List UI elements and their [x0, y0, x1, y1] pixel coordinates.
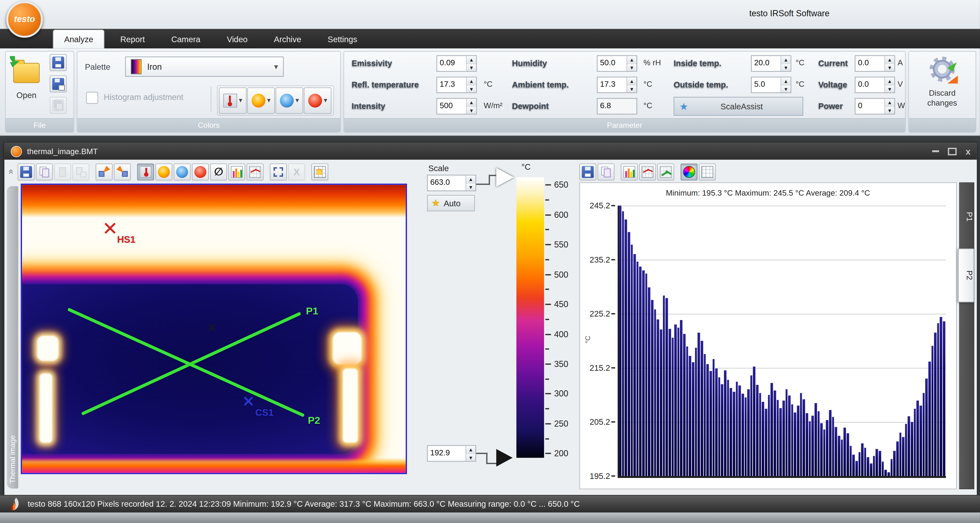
thermometer-button[interactable]	[137, 163, 154, 180]
rotate-left-icon	[98, 166, 110, 178]
chart-tab-p2[interactable]: P2	[958, 248, 974, 302]
selection-button[interactable]	[270, 163, 287, 180]
spinner-up-icon[interactable]: ▲	[627, 77, 636, 85]
rotate-right-button[interactable]	[114, 163, 131, 180]
hot-spot-button[interactable]	[247, 87, 275, 114]
scale-max-spinner[interactable]: 663.0 ▲▼	[427, 175, 476, 191]
line-chart-button[interactable]	[657, 163, 674, 180]
param-power-label: Power	[818, 101, 843, 111]
param-outside-temp-field[interactable]: 5.0▲▼	[751, 76, 791, 93]
table-button[interactable]	[699, 163, 716, 180]
tab-analyze[interactable]: Analyze	[53, 29, 105, 48]
spinner-down-icon[interactable]: ▼	[467, 107, 476, 114]
param-emissivity-field[interactable]: 0.09▲▼	[437, 56, 477, 72]
testo-logo[interactable]: testo	[6, 1, 43, 38]
param-refl-temperature-field[interactable]: 17.3▲▼	[437, 76, 477, 93]
scale-min-pointer-icon[interactable]	[496, 449, 512, 467]
save-button[interactable]	[50, 54, 67, 71]
thermal-image-side-tab[interactable]: Thermal image	[7, 186, 18, 489]
cold-spot-button[interactable]	[174, 163, 191, 180]
save-button[interactable]	[18, 163, 35, 180]
irsoft-app: testo IRSoft Software AnalyzeReportCamer…	[0, 0, 980, 523]
spinner-up-icon[interactable]: ▲	[467, 77, 476, 85]
param-inside-temp-field[interactable]: 20.0▲▼	[751, 56, 791, 72]
spinner-up-icon[interactable]: ▲	[885, 99, 894, 107]
profile-bar	[736, 382, 738, 476]
tab-report[interactable]: Report	[110, 31, 156, 49]
close-button[interactable]: x	[966, 147, 970, 156]
cold-spot-button[interactable]	[275, 87, 303, 114]
tab-camera[interactable]: Camera	[161, 31, 211, 49]
copy-button[interactable]	[36, 163, 53, 180]
histogram-button[interactable]	[621, 163, 638, 180]
param-voltage-field[interactable]: 0.0▲▼	[855, 76, 895, 93]
param-power-field[interactable]: 0▲▼	[855, 98, 895, 114]
spinner-down-icon[interactable]: ▼	[885, 85, 894, 93]
chart-tab-p1[interactable]: P1	[960, 192, 974, 242]
spinner-down-icon[interactable]: ▼	[781, 85, 791, 93]
spinner-up-icon[interactable]: ▲	[467, 99, 476, 107]
histogram-button[interactable]	[228, 163, 245, 180]
param-current-field[interactable]: 0.0▲▼	[855, 56, 895, 72]
tab-archive[interactable]: Archive	[263, 31, 312, 49]
spinner-up-icon[interactable]: ▲	[781, 77, 791, 85]
palette-dropdown[interactable]: Iron ▼	[125, 57, 283, 76]
scale-assist-button[interactable]: ★ScaleAssist	[673, 97, 803, 116]
temperature-table-button[interactable]	[312, 163, 328, 180]
spinner-up-icon[interactable]: ▲	[466, 446, 476, 454]
scale-max-pointer-icon[interactable]	[496, 168, 514, 187]
window-body: « Thermal image P1P2HS1CS1 Scale	[5, 160, 977, 495]
palette-button[interactable]	[681, 163, 698, 180]
no-marker-button[interactable]	[210, 163, 227, 180]
spinner-down-icon[interactable]: ▼	[627, 64, 636, 71]
auto-scale-button[interactable]: ★ Auto	[427, 195, 475, 211]
maximize-button[interactable]	[948, 148, 957, 155]
spinner-down-icon[interactable]: ▼	[781, 64, 791, 71]
rotate-left-button[interactable]	[96, 163, 113, 180]
tab-settings[interactable]: Settings	[317, 31, 368, 49]
spinner-down-icon[interactable]: ▼	[627, 85, 636, 93]
collapse-panel-chevron[interactable]: «	[5, 169, 17, 175]
hot-spot-button[interactable]	[155, 163, 172, 180]
spinner-down-icon[interactable]: ▼	[466, 183, 476, 191]
param-ambient-temp-field[interactable]: 17.3▲▼	[597, 76, 637, 93]
scale-min-value[interactable]: 192.9	[428, 446, 465, 461]
thermometer-button[interactable]	[219, 87, 247, 114]
scale-min-spinner[interactable]: 192.9 ▲▼	[427, 445, 476, 461]
copy-button[interactable]	[598, 163, 614, 180]
spinner-up-icon[interactable]: ▲	[781, 56, 791, 64]
spinner-down-icon[interactable]: ▼	[467, 64, 476, 71]
spinner-up-icon[interactable]: ▲	[885, 77, 894, 85]
profile-button[interactable]	[247, 163, 264, 180]
param-dewpoint-field[interactable]: 6.8	[597, 98, 637, 114]
spinner-up-icon[interactable]: ▲	[467, 56, 476, 64]
spinner-up-icon[interactable]: ▲	[885, 56, 894, 64]
spinner-down-icon[interactable]: ▼	[466, 454, 476, 461]
chart-title: Minimum: 195.3 °C Maximum: 245.5 °C Aver…	[580, 189, 956, 197]
spinner-up-icon[interactable]: ▲	[466, 175, 476, 183]
param-voltage-unit: V	[897, 80, 903, 89]
save-button[interactable]	[579, 163, 596, 180]
spinner-down-icon[interactable]: ▼	[467, 85, 476, 93]
spinner-down-icon[interactable]: ▼	[885, 64, 894, 71]
param-intensity-field[interactable]: 500▲▼	[437, 98, 477, 114]
minimize-button[interactable]	[932, 150, 939, 152]
separator	[211, 87, 212, 112]
red-spot-button[interactable]	[192, 163, 209, 180]
tab-video[interactable]: Video	[216, 31, 258, 49]
profile-button[interactable]	[639, 163, 656, 180]
spinner-up-icon[interactable]: ▲	[627, 56, 636, 64]
scale-max-value[interactable]: 663.0	[428, 175, 465, 191]
red-spot-button[interactable]	[304, 87, 331, 114]
marker-center-cross-icon[interactable]	[207, 323, 216, 332]
spinner-down-icon[interactable]: ▼	[885, 107, 894, 114]
thermal-image-canvas[interactable]: P1P2HS1CS1	[21, 184, 407, 474]
save-report-button[interactable]	[50, 75, 67, 92]
param-humidity-field[interactable]: 50.0▲▼	[597, 56, 637, 72]
profile-line-p2[interactable]	[67, 307, 305, 417]
marker-cs1-cross-icon[interactable]	[243, 395, 254, 407]
histogram-adjustment-checkbox[interactable]	[86, 92, 98, 104]
marker-hs1-cross-icon[interactable]	[103, 221, 117, 235]
open-button[interactable]: Open	[8, 56, 45, 116]
discard-changes-button[interactable]: Discard changes	[909, 52, 975, 118]
